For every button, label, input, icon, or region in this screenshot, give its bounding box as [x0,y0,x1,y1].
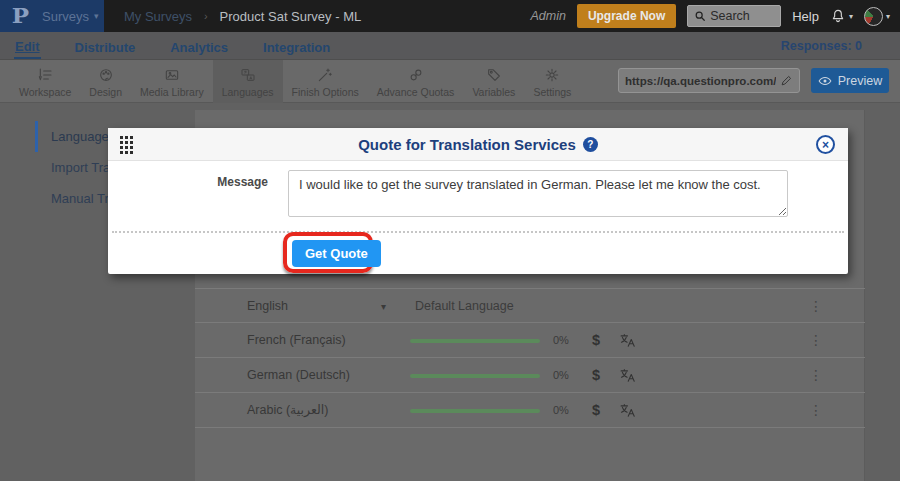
preview-button[interactable]: Preview [811,68,889,93]
survey-url-field[interactable] [618,68,800,93]
language-name: German (Deutsch) [247,358,350,393]
toolbar-item-media-library[interactable]: Media Library [131,60,213,103]
default-language-label: Default Language [415,289,514,324]
survey-url-input[interactable] [625,75,776,87]
translation-progress-pct: 0% [553,393,569,428]
eye-icon [818,74,832,88]
toolbar-item-design[interactable]: Design [80,60,131,103]
admin-label: Admin [530,9,565,23]
translation-progress-bar [410,374,540,378]
close-icon[interactable]: × [816,135,835,154]
search-box[interactable] [687,5,781,27]
quote-dollar-icon[interactable]: $ [592,358,600,393]
toolbar-item-variables[interactable]: Variables [463,60,524,103]
workspace-icon [37,67,53,83]
kebab-menu-icon[interactable]: ⋮ [809,393,823,428]
quote-translation-modal: Quote for Translation Services ? × Messa… [108,128,848,274]
modal-title: Quote for Translation Services [358,136,576,153]
toolbar-item-finish-options[interactable]: Finish Options [283,60,368,103]
kebab-menu-icon[interactable]: ⋮ [809,358,823,393]
language-name: English [247,289,288,324]
modal-header: Quote for Translation Services ? × [108,128,848,161]
media-library-icon [164,67,180,83]
translation-progress-pct: 0% [553,323,569,358]
logo-block: P Surveys ▾ [0,0,104,32]
translate-icon[interactable] [619,332,636,349]
questionpro-logo-icon: P [12,6,29,26]
language-row-french: French (Français) 0% $ ⋮ [195,323,865,358]
translation-progress-bar [410,339,540,343]
settings-icon [544,67,560,83]
language-name: French (Français) [247,323,346,358]
breadcrumb-parent[interactable]: My Surveys [124,9,192,24]
translation-progress-bar [410,409,540,413]
language-row-german: German (Deutsch) 0% $ ⋮ [195,358,865,393]
chevron-down-icon: ▾ [94,12,99,21]
upgrade-now-button[interactable]: Upgrade Now [577,4,676,28]
finish-options-icon [317,67,333,83]
surveys-menu-label: Surveys [42,9,89,24]
language-row-english: English ▾ Default Language ⋮ [195,288,865,323]
tab-distribute[interactable]: Distribute [74,35,137,58]
help-icon[interactable]: ? [583,137,598,152]
quote-dollar-icon[interactable]: $ [592,323,600,358]
tab-analytics[interactable]: Analytics [169,35,229,58]
language-row-arabic: Arabic (العربية) 0% $ ⋮ [195,393,865,428]
language-dropdown-caret-icon[interactable]: ▾ [381,289,386,324]
breadcrumb-separator-icon: › [204,10,208,22]
avatar [864,7,883,26]
languages-icon [240,67,256,83]
toolbar-item-languages[interactable]: Languages [213,60,283,103]
notifications-button[interactable]: ▾ [830,8,853,24]
search-icon [694,10,706,22]
translate-icon[interactable] [619,402,636,419]
search-input[interactable] [710,9,772,23]
toolbar-item-workspace[interactable]: Workspace [10,60,80,103]
message-label: Message [203,175,268,189]
toolbar-item-advance-quotas[interactable]: Advance Quotas [368,60,464,103]
chevron-down-icon: ▾ [886,12,890,21]
edit-url-pencil-icon[interactable] [780,74,793,87]
edit-toolbar: Workspace Design Media Library Languages… [0,60,900,103]
modal-footer-divider [112,231,844,233]
quote-dollar-icon[interactable]: $ [592,393,600,428]
design-icon [98,67,114,83]
surveys-menu[interactable]: Surveys ▾ [42,9,99,24]
translate-icon[interactable] [619,367,636,384]
help-link[interactable]: Help [792,9,819,24]
top-bar: P Surveys ▾ My Surveys › Product Sat Sur… [0,0,900,32]
survey-tab-bar: Edit Distribute Analytics Integration Re… [0,32,900,60]
kebab-menu-icon[interactable]: ⋮ [809,289,823,324]
toolbar-item-settings[interactable]: Settings [524,60,580,103]
breadcrumb: My Surveys › Product Sat Survey - ML [124,0,361,32]
message-textarea[interactable]: I would like to get the survey translate… [288,170,788,217]
chevron-down-icon: ▾ [849,12,853,21]
tab-integration[interactable]: Integration [262,35,331,58]
variables-icon [486,67,502,83]
kebab-menu-icon[interactable]: ⋮ [809,323,823,358]
language-name: Arabic (العربية) [247,393,328,428]
responses-count: Responses: 0 [781,32,862,60]
account-menu[interactable]: ▾ [864,7,890,26]
get-quote-button[interactable]: Get Quote [292,240,381,267]
advance-quotas-icon [408,67,424,83]
breadcrumb-current: Product Sat Survey - ML [220,9,362,24]
topbar-right-cluster: Admin Upgrade Now Help ▾ ▾ [530,0,890,32]
tab-edit[interactable]: Edit [14,34,41,59]
bell-icon [830,8,846,24]
translation-progress-pct: 0% [553,358,569,393]
